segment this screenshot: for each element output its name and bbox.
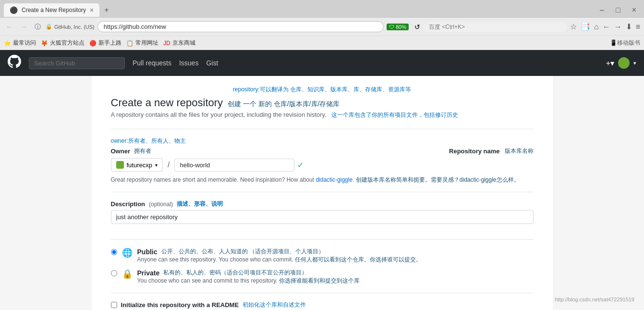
github-tab-icon: ⚫: [10, 6, 18, 14]
url-bar[interactable]: https://github.com/new: [97, 21, 384, 32]
public-globe-icon: 🌐: [122, 248, 133, 258]
nav-gist[interactable]: Gist: [206, 59, 218, 67]
bookmark-item-0[interactable]: ⭐ 最常访问: [4, 39, 36, 47]
init-label-cn: 初始化这个库和自述文件: [243, 301, 306, 309]
forward-btn2[interactable]: →: [614, 23, 622, 31]
bookmark-item-4[interactable]: JD 京东商城: [163, 39, 195, 47]
github-navbar: Pull requests Issues Gist +▾ ▾: [0, 50, 644, 76]
public-desc-cn: 任何人都可以看到这个仓库。你选择谁可以提交。: [295, 256, 422, 263]
nav-issues[interactable]: Issues: [179, 59, 198, 67]
tab-title: Create a New Repository: [22, 7, 86, 13]
browser-search-input[interactable]: [423, 22, 567, 32]
window-min-btn[interactable]: –: [596, 5, 608, 15]
description-label: Description: [111, 200, 146, 208]
public-label: Public: [137, 248, 158, 256]
bookmark-icon-4: JD: [163, 40, 170, 47]
mobile-bookmark[interactable]: 📱移动版书: [610, 39, 640, 47]
bookmark-icon-1: 🦊: [41, 40, 48, 47]
menu-icon[interactable]: ≡: [636, 23, 640, 31]
owner-cn-note: owner:所有者、所有人、物主: [111, 137, 534, 145]
home-btn[interactable]: ⌂: [594, 23, 599, 31]
window-close-btn[interactable]: ×: [628, 5, 640, 15]
private-radio[interactable]: [111, 270, 117, 276]
hint-cn: 创建版本库名称简单和扼要。需要灵感？didactic-giggle怎么样。: [356, 176, 520, 183]
bookmark-icon-2: 🔴: [89, 40, 97, 47]
public-label-cn: 公开、公共的、公布、人人知道的 （适合开源项目、个人项目）: [161, 248, 324, 256]
bookmarks-bar: ⭐ 最常访问 🦊 火狐官方站点 🔴 新手上路 📋 常用网址 JD 京东商城 📱移…: [0, 36, 644, 50]
owner-name: futurecxp: [127, 161, 152, 169]
visibility-section: 🌐 Public 公开、公共的、公布、人人知道的 （适合开源项目、个人项目） A…: [111, 248, 534, 285]
watermark: http://blog.csdn.net/sat472291519: [555, 297, 634, 302]
owner-select[interactable]: futurecxp ▾: [111, 158, 163, 172]
back-btn2[interactable]: ←: [603, 23, 610, 31]
bookmark-list-icon[interactable]: 📑: [581, 22, 590, 31]
private-desc-cn: 你选择谁能看到和提交到这个库: [279, 277, 360, 284]
nav-back-btn[interactable]: ←: [4, 22, 15, 32]
bookmark-label-2: 新手上路: [98, 39, 122, 47]
slash-separator: /: [168, 161, 170, 169]
bookmark-icon-3: 📋: [126, 40, 134, 47]
public-radio[interactable]: [111, 249, 117, 255]
github-search-input[interactable]: [29, 57, 125, 69]
browser-tab[interactable]: ⚫ Create a New Repository ×: [4, 3, 99, 17]
window-max-btn[interactable]: □: [612, 5, 624, 15]
repo-name-label-cn: 版本库名称: [505, 147, 534, 155]
security-label: GitHub, Inc. (US): [54, 24, 95, 30]
bookmark-label-0: 最常访问: [13, 39, 36, 47]
private-label: Private: [137, 269, 160, 277]
init-readme-checkbox[interactable]: [111, 302, 117, 308]
owner-dropdown-icon: ▾: [155, 162, 158, 168]
owner-label-cn2: 拥有者: [134, 147, 151, 155]
nav-pull-requests[interactable]: Pull requests: [133, 59, 171, 67]
github-logo: [8, 55, 21, 72]
user-menu-chevron[interactable]: ▾: [633, 60, 636, 66]
suggestion-link[interactable]: didactic-giggle: [316, 176, 352, 183]
owner-avatar-icon: [116, 161, 124, 169]
page-desc-en: A repository contains all the files for …: [111, 111, 327, 119]
lock-icon: 🔒: [46, 24, 52, 30]
bookmark-icon-0: ⭐: [4, 40, 11, 47]
bookmark-label-4: 京东商城: [172, 39, 195, 47]
bookmark-label-3: 常用网址: [135, 39, 158, 47]
optional-label: (optional): [149, 201, 173, 208]
reload-btn[interactable]: ↺: [414, 23, 420, 31]
page-title-cn: 创建 一个 新的 仓库/版本库/库/存储库: [228, 100, 340, 109]
repo-name-label: Repository name: [449, 148, 499, 155]
shield-icon: 🛡 80%: [387, 24, 409, 30]
private-desc-en: You choose who can see and commit to thi…: [137, 277, 278, 284]
description-input[interactable]: [111, 210, 534, 224]
user-avatar[interactable]: [618, 57, 630, 69]
bookmark-label-1: 火狐官方站点: [50, 39, 85, 47]
translation-note: repository:可以翻译为 仓库、知识库、版本库、库、存储库、资源库等: [111, 86, 534, 94]
download-icon[interactable]: ⬇: [626, 22, 632, 31]
bookmark-item-2[interactable]: 🔴 新手上路: [89, 39, 122, 47]
bookmark-item-3[interactable]: 📋 常用网址: [126, 39, 158, 47]
page-desc-cn: 这一个库包含了你的所有项目文件，包括修订历史: [331, 111, 458, 119]
tab-close-btn[interactable]: ×: [90, 6, 94, 14]
security-info: 🔒 GitHub, Inc. (US): [46, 24, 95, 30]
star-icon[interactable]: ☆: [570, 22, 577, 31]
page-title-en: Create a new repository: [111, 97, 223, 109]
private-label-cn: 私有的、私人的、密码（适合公司项目不宜公开的项目）: [163, 269, 307, 277]
nav-forward-btn[interactable]: →: [18, 22, 30, 32]
public-desc-en: Anyone can see this repository. You choo…: [137, 256, 293, 263]
new-tab-btn[interactable]: +: [99, 3, 113, 17]
initialize-section: Initialize this repository with a README…: [111, 301, 534, 310]
owner-label: Owner: [111, 148, 130, 155]
info-icon[interactable]: ⓘ: [33, 22, 43, 32]
valid-checkmark-icon: ✓: [297, 161, 304, 170]
description-label-cn: 描述、形容、说明: [177, 200, 223, 208]
plus-menu-btn[interactable]: +▾: [606, 59, 614, 68]
main-content: repository:可以翻译为 仓库、知识库、版本库、库、存储库、资源库等 C…: [92, 76, 553, 310]
bookmark-item-1[interactable]: 🦊 火狐官方站点: [41, 39, 85, 47]
repo-name-input[interactable]: [174, 159, 294, 172]
hint-text: Great repository names are short and mem…: [111, 175, 534, 184]
private-lock-icon: 🔒: [122, 269, 133, 279]
init-label: Initialize this repository with a README: [121, 301, 239, 309]
